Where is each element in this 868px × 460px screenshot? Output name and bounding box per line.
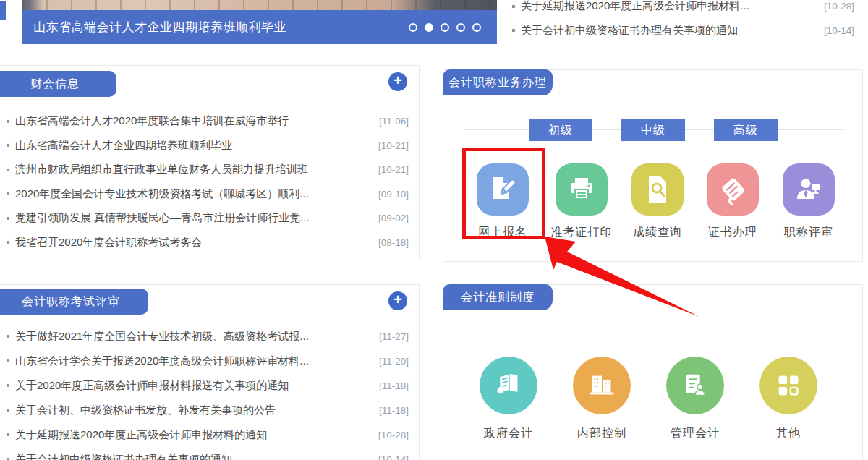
level-tab[interactable]: 初级 <box>529 119 592 141</box>
news-title[interactable]: 山东省高端会计人才企业四期培养班顺利毕业 <box>15 139 371 153</box>
carousel-dot[interactable] <box>425 23 433 32</box>
carousel-dot[interactable] <box>441 23 449 32</box>
news-date: [11-27] <box>379 331 409 342</box>
news-title[interactable]: 关于会计初中级资格证书办理有关事项的通知 <box>521 24 817 38</box>
news-date: [10-14] <box>378 454 409 460</box>
news-title[interactable]: 山东省会计学会关于报送2020年度高级会计师职称评审材料... <box>15 354 372 368</box>
bullet-icon <box>7 433 9 436</box>
standard-item[interactable]: 其他 <box>745 357 832 441</box>
panel-title-services: 会计职称业务办理 初级中级高级 网上报名 准考证打印 成绩查询 证书办理 职称评… <box>443 69 863 262</box>
panel-finance-info: 财会信息 + 山东省高端会计人才2020年度联合集中培训在威海市举行 [11-0… <box>0 65 420 260</box>
service-label[interactable]: 成绩查询 <box>633 225 682 240</box>
carousel-image[interactable] <box>22 0 497 10</box>
service-label[interactable]: 证书办理 <box>708 225 757 240</box>
news-date: [09-10] <box>378 189 409 200</box>
news-date: [10-28] <box>824 1 854 12</box>
bullet-icon <box>512 5 515 8</box>
panel-exam-review: 会计职称考试评审 + 关于做好2021年度全国会计专业技术初级、高级资格考试报.… <box>0 284 420 460</box>
news-date: [11-20] <box>379 356 409 367</box>
news-date: [11-18] <box>379 405 409 416</box>
service-label[interactable]: 职称评审 <box>784 225 833 240</box>
news-item[interactable]: 关于会计初中级资格证书办理有关事项的通知 [10-14] <box>505 19 864 43</box>
cut-off-blue-marker <box>0 1 6 20</box>
service-icon[interactable] <box>707 163 759 216</box>
bullet-icon <box>7 335 9 338</box>
service-label[interactable]: 准考证打印 <box>551 225 613 240</box>
news-item[interactable]: 关于会计初中级资格证书办理有关事项的通知 [10-14] <box>0 447 419 460</box>
news-date: [11-18] <box>379 380 409 391</box>
level-tab[interactable]: 中级 <box>621 119 685 141</box>
more-plus-button[interactable]: + <box>388 291 407 310</box>
news-title[interactable]: 关于做好2021年度全国会计专业技术初级、高级资格考试报... <box>15 330 372 344</box>
standard-label[interactable]: 内部控制 <box>577 426 626 441</box>
bullet-icon <box>7 359 9 362</box>
panel-title-services-title[interactable]: 会计职称业务办理 <box>443 69 553 95</box>
panel-finance-info-title[interactable]: 财会信息 <box>0 71 116 97</box>
news-item[interactable]: 滨州市财政局组织市直行政事业单位财务人员能力提升培训班 [10-21] <box>0 158 419 182</box>
bullet-icon <box>7 144 9 147</box>
carousel-title[interactable]: 山东省高端会计人才企业四期培养班顺利毕业 <box>33 19 286 35</box>
standard-item[interactable]: 政府会计 <box>465 357 552 441</box>
panel-exam-review-title[interactable]: 会计职称考试评审 <box>0 289 148 315</box>
news-title[interactable]: 党建引领助发展 真情帮扶暖民心—青岛市注册会计师行业党... <box>15 211 371 225</box>
news-item[interactable]: 关于会计初、中级资格证书发放、补发有关事项的公告 [11-18] <box>0 398 419 422</box>
news-item[interactable]: 山东省会计学会关于报送2020年度高级会计师职称评审材料... [11-20] <box>0 349 419 373</box>
news-date: [09-02] <box>378 213 409 223</box>
carousel-caption-bar: 山东省高端会计人才企业四期培养班顺利毕业 <box>22 10 497 44</box>
news-item[interactable]: 关于延期报送2020年度正高级会计师申报材料... [10-28] <box>505 0 864 19</box>
carousel-dot[interactable] <box>456 23 465 32</box>
news-item[interactable]: 我省召开2020年度会计职称考试考务会 [08-18] <box>0 231 419 255</box>
bullet-icon <box>7 120 9 123</box>
service-item[interactable]: 证书办理 <box>693 163 773 240</box>
bullet-icon <box>512 29 515 32</box>
standard-item[interactable]: 内部控制 <box>558 357 645 441</box>
standard-icon[interactable] <box>760 357 817 414</box>
service-icon[interactable] <box>556 163 608 216</box>
news-item[interactable]: 山东省高端会计人才2020年度联合集中培训在威海市举行 [11-06] <box>0 109 419 134</box>
level-tab[interactable]: 高级 <box>714 119 778 141</box>
news-title[interactable]: 关于会计初中级资格证书办理有关事项的通知 <box>15 453 371 460</box>
news-item[interactable]: 2020年度全国会计专业技术初级资格考试（聊城考区）顺利... [09-10] <box>0 182 419 207</box>
service-item[interactable]: 准考证打印 <box>542 163 621 240</box>
service-icon[interactable] <box>783 163 835 216</box>
news-title[interactable]: 关于延期报送2020年度正高级会计师申报材料的通知 <box>15 428 371 442</box>
standard-icon[interactable] <box>666 357 724 414</box>
exam-review-news-list: 关于做好2021年度全国会计专业技术初级、高级资格考试报... [11-27] … <box>0 324 419 460</box>
standard-label[interactable]: 其他 <box>776 426 801 441</box>
more-plus-button[interactable]: + <box>388 72 407 91</box>
news-item[interactable]: 山东省高端会计人才企业四期培养班顺利毕业 [10-21] <box>0 134 419 158</box>
news-date: [10-28] <box>378 430 409 440</box>
bullet-icon <box>7 192 9 195</box>
news-item[interactable]: 关于2020年度正高级会计师申报材料报送有关事项的通知 [11-18] <box>0 373 419 398</box>
panel-accounting-standards-title[interactable]: 会计准则制度 <box>443 284 553 310</box>
news-item[interactable]: 党建引领助发展 真情帮扶暖民心—青岛市注册会计师行业党... [09-02] <box>0 206 419 231</box>
news-item[interactable]: 关于延期报送2020年度正高级会计师申报材料的通知 [10-28] <box>0 422 419 447</box>
standard-label[interactable]: 管理会计 <box>671 426 720 441</box>
news-title[interactable]: 关于延期报送2020年度正高级会计师申报材料... <box>521 0 817 13</box>
news-title[interactable]: 关于会计初、中级资格证书发放、补发有关事项的公告 <box>15 404 372 417</box>
standard-label[interactable]: 政府会计 <box>484 426 533 441</box>
level-tabs: 初级中级高级 <box>443 119 862 141</box>
carousel-dot[interactable] <box>472 23 481 32</box>
news-title[interactable]: 山东省高端会计人才2020年度联合集中培训在威海市举行 <box>15 114 372 128</box>
news-date: [10-21] <box>378 164 409 175</box>
news-date: [10-21] <box>378 140 409 151</box>
bullet-icon <box>7 241 9 244</box>
news-title[interactable]: 关于2020年度正高级会计师申报材料报送有关事项的通知 <box>15 379 372 393</box>
standard-icon[interactable] <box>573 357 631 414</box>
service-icon[interactable] <box>631 163 684 216</box>
news-title[interactable]: 2020年度全国会计专业技术初级资格考试（聊城考区）顺利... <box>15 187 371 201</box>
service-item[interactable]: 职称评审 <box>769 163 848 240</box>
standards-row: 政府会计 内部控制 管理会计 其他 <box>443 357 862 460</box>
news-item[interactable]: 关于做好2021年度全国会计专业技术初级、高级资格考试报... [11-27] <box>0 324 419 349</box>
standard-icon[interactable] <box>480 357 537 414</box>
news-title[interactable]: 滨州市财政局组织市直行政事业单位财务人员能力提升培训班 <box>15 163 371 176</box>
carousel-dots <box>409 23 481 32</box>
carousel-banner[interactable]: 山东省高端会计人才企业四期培养班顺利毕业 <box>22 0 497 44</box>
news-title[interactable]: 我省召开2020年度会计职称考试考务会 <box>15 236 371 250</box>
bullet-icon <box>7 169 9 171</box>
carousel-dot[interactable] <box>409 23 417 32</box>
standard-item[interactable]: 管理会计 <box>652 357 739 441</box>
service-item[interactable]: 成绩查询 <box>618 163 697 240</box>
annotation-highlight-box <box>462 148 545 239</box>
